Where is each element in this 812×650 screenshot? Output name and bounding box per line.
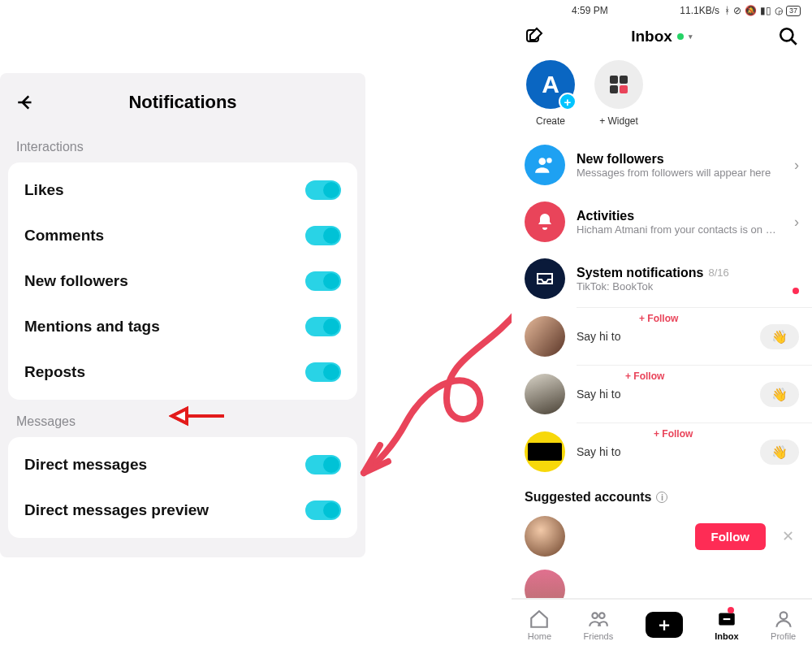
- interactions-card: Likes Comments New followers Mentions an…: [8, 162, 357, 400]
- inbox-header: Inbox ▾: [512, 16, 812, 55]
- feed-new-followers[interactable]: New followersMessages from followers wil…: [512, 136, 812, 193]
- chevron-right-icon: ›: [794, 214, 799, 231]
- section-label-messages: Messages: [0, 400, 365, 437]
- inbox-feed: New followersMessages from followers wil…: [512, 130, 812, 617]
- friends-icon: [588, 609, 609, 630]
- widget-icon: [610, 76, 628, 93]
- inbox-icon: [525, 258, 565, 299]
- plus-icon: +: [559, 93, 577, 110]
- follow-button[interactable]: Follow: [695, 523, 767, 550]
- home-icon: [529, 609, 550, 630]
- mute-icon: 🔕: [745, 5, 757, 16]
- signal-icon: ▮▯: [760, 5, 771, 16]
- wave-button[interactable]: 👋: [760, 440, 799, 465]
- nav-profile[interactable]: Profile: [771, 609, 796, 641]
- dnd-icon: ⊘: [733, 5, 741, 16]
- svg-point-1: [780, 28, 793, 41]
- bottom-nav: Home Friends ＋ Inbox Profile: [512, 598, 812, 650]
- section-label-interactions: Interactions: [0, 125, 365, 162]
- toggle-reposts[interactable]: [305, 362, 341, 382]
- follow-tag[interactable]: + Follow: [625, 370, 664, 382]
- status-net-speed: 11.1KB/s: [680, 5, 719, 16]
- followers-icon: [525, 145, 565, 185]
- nav-create[interactable]: ＋: [646, 612, 683, 638]
- avatar: [525, 374, 565, 414]
- notification-dot-icon: [728, 607, 734, 613]
- info-icon[interactable]: i: [656, 492, 667, 503]
- svg-point-4: [592, 613, 598, 618]
- bell-icon: [525, 202, 565, 242]
- plus-icon: ＋: [646, 612, 683, 638]
- toggle-likes[interactable]: [305, 180, 341, 200]
- toggle-dm-preview[interactable]: [305, 500, 341, 520]
- follow-tag[interactable]: + Follow: [639, 313, 678, 324]
- row-likes[interactable]: Likes: [18, 167, 348, 213]
- unread-dot-icon: [793, 288, 799, 294]
- svg-rect-7: [723, 618, 731, 620]
- chevron-down-icon: ▾: [689, 32, 693, 41]
- suggestion-row[interactable]: Say hi to + Follow 👋: [512, 423, 812, 480]
- row-reposts[interactable]: Reposts: [18, 349, 348, 395]
- avatar: [525, 516, 565, 557]
- svg-point-2: [538, 158, 546, 165]
- nav-friends[interactable]: Friends: [584, 609, 614, 641]
- page-title: Notifications: [15, 92, 351, 113]
- suggestion-row[interactable]: Say hi to + Follow 👋: [512, 366, 812, 422]
- avatar: [525, 431, 565, 472]
- toggle-new-followers[interactable]: [305, 271, 341, 291]
- nav-inbox[interactable]: Inbox: [715, 609, 738, 641]
- row-comments[interactable]: Comments: [18, 213, 348, 258]
- avatar: [525, 316, 565, 357]
- profile-icon: [773, 609, 794, 630]
- suggested-accounts-header: Suggested accounts i: [512, 480, 812, 509]
- suggestion-row[interactable]: Say hi to + Follow 👋: [512, 308, 812, 365]
- messages-card: Direct messages Direct messages preview: [8, 437, 357, 538]
- curly-arrow-icon: [349, 301, 536, 496]
- toggle-comments[interactable]: [305, 226, 341, 245]
- toggle-direct-messages[interactable]: [305, 455, 341, 474]
- chevron-right-icon: ›: [794, 157, 799, 174]
- bluetooth-icon: ᚼ: [724, 5, 730, 16]
- wave-button[interactable]: 👋: [760, 382, 799, 407]
- inbox-nav-icon: [716, 609, 737, 630]
- row-mentions[interactable]: Mentions and tags: [18, 304, 348, 349]
- wave-button[interactable]: 👋: [760, 324, 799, 349]
- compose-icon[interactable]: [525, 26, 546, 47]
- notifications-settings-panel: Notifications Interactions Likes Comment…: [0, 73, 365, 557]
- svg-point-3: [546, 158, 552, 163]
- suggested-account-row[interactable]: Follow ✕: [512, 509, 812, 563]
- online-dot-icon: [677, 33, 684, 40]
- row-new-followers[interactable]: New followers: [18, 258, 348, 304]
- row-direct-messages[interactable]: Direct messages: [18, 442, 348, 488]
- battery-icon: 37: [786, 6, 801, 16]
- inbox-title[interactable]: Inbox ▾: [631, 28, 693, 46]
- status-time: 4:59 PM: [572, 5, 608, 16]
- svg-point-8: [780, 612, 787, 619]
- add-widget-button[interactable]: + Widget: [594, 60, 643, 127]
- feed-activities[interactable]: ActivitiesHicham Atmani from your contac…: [512, 193, 812, 250]
- story-circles: A+ Create + Widget: [512, 55, 812, 130]
- wifi-icon: ◶: [775, 5, 783, 16]
- follow-tag[interactable]: + Follow: [654, 428, 693, 440]
- create-story-button[interactable]: A+ Create: [526, 60, 575, 127]
- dismiss-icon[interactable]: ✕: [777, 527, 799, 545]
- row-dm-preview[interactable]: Direct messages preview: [18, 488, 348, 533]
- status-bar: 4:59 PM 11.1KB/s ᚼ ⊘ 🔕 ▮▯ ◶ 37: [512, 0, 812, 16]
- nav-home[interactable]: Home: [528, 609, 551, 641]
- feed-system-notifications[interactable]: System notifications 8/16TikTok: BookTok: [512, 250, 812, 307]
- inbox-screen: 4:59 PM 11.1KB/s ᚼ ⊘ 🔕 ▮▯ ◶ 37 Inbox ▾: [512, 0, 812, 650]
- toggle-mentions[interactable]: [305, 317, 341, 336]
- search-icon[interactable]: [778, 26, 799, 47]
- svg-point-5: [599, 613, 605, 618]
